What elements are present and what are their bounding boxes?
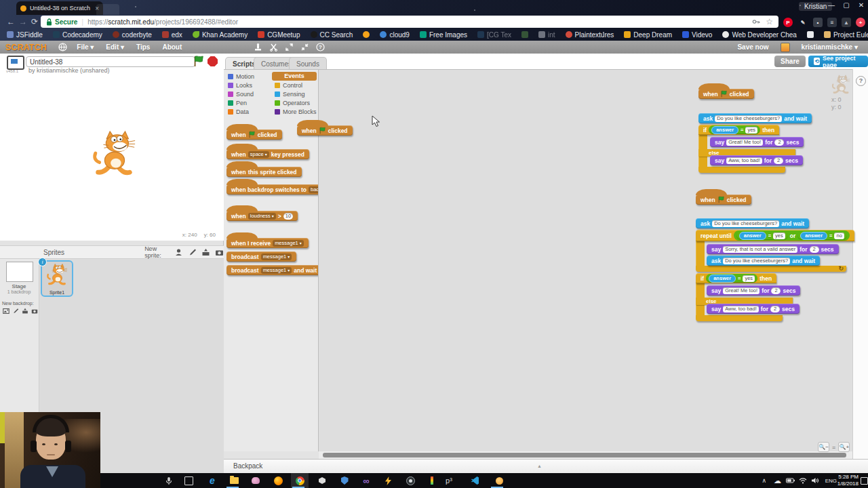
upload-backdrop-icon[interactable] [22,308,28,314]
upload-sprite-icon[interactable] [201,248,210,257]
or-operator[interactable]: answer = yes or answer = no [734,230,850,241]
category-pen[interactable]: Pen [228,100,247,106]
say-input[interactable]: Great! Me too! [726,139,763,146]
scrollbar-thumb[interactable] [323,453,846,458]
language-indicator[interactable]: ENG [825,473,837,488]
bookmark-scratch[interactable] [363,31,370,38]
menu-file[interactable]: File ▾ [77,43,94,51]
category-data[interactable]: Data [228,108,249,115]
say-input[interactable]: Aww, too bad! [723,306,759,312]
say-input[interactable]: Aww, too bad! [726,157,762,164]
visual-studio-icon[interactable]: ∞ [360,474,372,487]
address-bar[interactable]: Secure | https://scratch.mit.edu/project… [41,16,778,28]
block-help-icon[interactable]: ? [316,43,325,52]
bookmark-int[interactable]: int [538,31,555,39]
category-operators[interactable]: Operators [275,100,310,106]
compare-input[interactable]: no [834,232,844,239]
secs-input[interactable]: 2 [770,306,780,312]
colorful-app-icon[interactable] [426,474,438,487]
grow-icon[interactable] [285,43,294,52]
save-now[interactable]: Save now [737,43,768,51]
script-b-say-sorry[interactable]: say Sorry, that is not a valid answer fo… [707,244,839,254]
backdrop-dropdown[interactable]: backd [309,186,319,193]
orange-app-icon[interactable] [493,474,505,487]
key-icon[interactable] [752,18,760,26]
bookmark-star-icon[interactable]: ☆ [766,17,773,26]
palette-broadcast-and-wait[interactable]: broadcast message1 and wait [226,265,319,275]
question-input[interactable]: Do you like cheeseburgers? [723,258,790,264]
reload-icon[interactable]: ⟳ [31,17,38,26]
back-icon[interactable]: ← [7,17,15,26]
palette-when-i-receive[interactable]: when I receive message1 [226,238,309,248]
palette-when-loudness[interactable]: when loudness > 10 [226,211,298,221]
script-b-ask-block[interactable]: ask Do you like cheeseburgers? and wait [696,218,809,228]
task-view-icon[interactable] [182,474,195,487]
bookmark-free-images[interactable]: Free Images [420,31,467,39]
green-flag-button[interactable] [193,55,205,67]
wifi-icon[interactable] [799,473,807,488]
script-b-if-block[interactable]: if answer = yes then [696,273,776,283]
project-title-input[interactable] [26,56,195,67]
script-b-say-great[interactable]: say Great! Me too! for 2 secs [707,285,800,296]
stop-button[interactable] [208,56,218,66]
bookmark-khan-academy[interactable]: Khan Academy [193,31,248,39]
camera-sprite-icon[interactable] [215,248,224,257]
answer-reporter[interactable]: answer [800,232,827,240]
category-control[interactable]: Control [275,82,302,89]
help-icon[interactable]: ? [856,76,866,86]
p3-app-icon[interactable]: p³ [443,474,455,487]
language-globe-icon[interactable] [58,43,67,52]
bookmark-plaintextures[interactable]: Plaintextures [566,31,614,39]
shrink-icon[interactable] [300,43,309,52]
category-looks[interactable]: Looks [228,82,252,89]
battery-icon[interactable] [786,473,795,488]
compare-input[interactable]: yes [743,275,755,282]
scratch-cat-sprite[interactable] [90,130,138,176]
sprite1-tile[interactable]: Sprite1 i [41,260,73,297]
pin-extension-icon[interactable]: • [813,18,823,27]
question-input[interactable]: Do you like cheeseburgers? [712,220,779,227]
shield-app-icon[interactable] [338,474,351,487]
bookmark-coderbyte[interactable]: coderbyte [113,31,152,39]
equals-operator[interactable]: answer = no [797,231,847,240]
stage-thumbnail[interactable] [6,262,33,282]
paint-backdrop-icon[interactable] [12,308,19,314]
pencil-extension-icon[interactable]: ✎ [798,18,808,27]
compare-input[interactable]: yes [773,232,785,239]
edge-icon[interactable]: e [206,474,218,487]
secs-input[interactable]: 2 [774,157,783,164]
menu-tips[interactable]: Tips [136,43,150,51]
script-a-when-flag-clicked[interactable]: when clicked [698,89,754,99]
bookmark-cgmeetup[interactable]: CGMeetup [258,31,300,39]
equals-operator[interactable]: answer = yes [709,125,760,134]
unity-icon[interactable] [316,474,328,487]
bookmark-jsfiddle[interactable]: JSFiddle [7,31,43,39]
zoom-reset-icon[interactable]: = [832,444,835,451]
small-stage-toggle[interactable] [7,56,24,70]
notification-center-icon[interactable] [861,473,868,488]
category-motion[interactable]: Motion [228,73,254,80]
onedrive-cloud-icon[interactable]: ☁ [774,473,781,488]
zoom-out-icon[interactable]: 🔍− [818,442,829,452]
say-input[interactable]: Sorry, that is not a valid answer [723,246,797,253]
lightning-app-icon[interactable] [382,474,394,487]
bookmark-unknown[interactable] [521,31,528,38]
bookmark-page[interactable] [807,31,814,38]
palette-when-key-pressed[interactable]: when space key pressed [226,149,309,159]
bookmark-web-developer[interactable]: Web Developer Chea [722,31,796,39]
message-dropdown[interactable]: message1 [273,240,304,247]
script-a-if-block[interactable]: if answer = yes then [698,125,779,135]
bookmark-deep-dream[interactable]: Deep Dream [624,31,672,39]
scratch-logo[interactable]: SCRATCH [5,43,47,52]
script-a-ask-block[interactable]: ask Do you like cheeseburgers? and wait [698,113,812,123]
new-sprite-library-icon[interactable] [174,248,183,257]
pinterest-extension-icon[interactable]: P [783,18,793,27]
secure-chip[interactable]: Secure [46,18,77,26]
bookmark-cloud9[interactable]: cloud9 [380,31,409,39]
plus-extension-icon[interactable]: + [856,18,865,27]
message-dropdown[interactable]: message1 [261,253,292,260]
secs-input[interactable]: 2 [774,139,784,146]
obs-icon[interactable] [404,474,416,487]
script-b-ask-block-2[interactable]: ask Do you like cheeseburgers? and wait [707,256,820,266]
backpack-bar[interactable]: Backpack ▲ [224,459,868,473]
